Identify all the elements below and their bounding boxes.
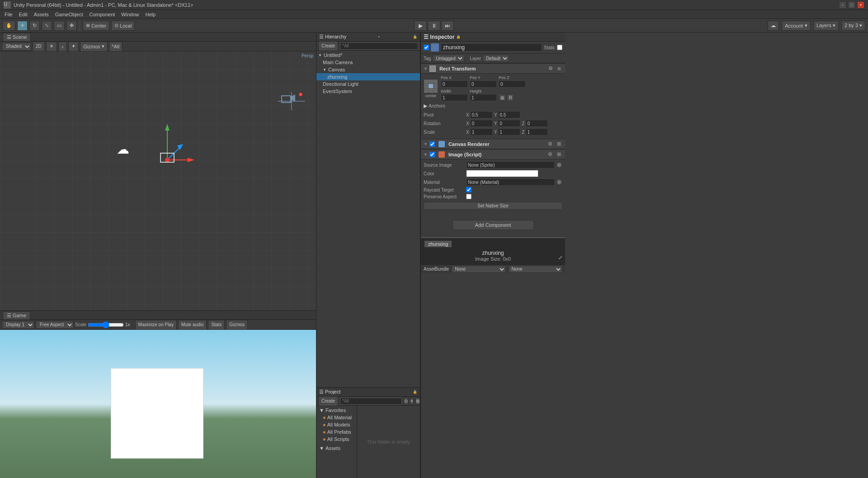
2d-button[interactable]: 2D [33,42,45,52]
game-tab[interactable]: ☰ Game [3,311,30,319]
rect-transform-settings-button[interactable]: ⚙ [547,65,554,72]
rect-transform-header[interactable]: ▼ Rect Transform ⚙ ⊞ [421,63,565,74]
add-component-button[interactable]: Add Component [453,220,534,230]
rect-transform-lock-button[interactable]: ⊞ [556,66,562,71]
material-input[interactable] [466,178,555,186]
canvas-renderer-settings-button[interactable]: ⚙ [547,141,554,147]
rotate-tool-button[interactable]: ↻ [29,21,40,31]
preserve-aspect-checkbox[interactable] [466,194,472,199]
menu-component[interactable]: Component [86,11,118,18]
scale-z-input[interactable] [525,128,548,136]
source-image-input[interactable] [466,161,555,169]
project-all-prefabs[interactable]: ● All Prefabs [317,428,356,436]
project-icon-btn1[interactable]: ⊙ [404,398,408,405]
game-gizmos-button[interactable]: Gizmos [226,320,248,330]
project-icon-btn2[interactable]: ≡ [410,398,414,405]
stats-button[interactable]: Stats [208,320,225,330]
minimize-button[interactable]: − [839,1,846,9]
canvas-renderer-enabled-checkbox[interactable] [429,141,435,147]
object-enabled-checkbox[interactable] [424,45,429,50]
image-script-enabled-checkbox[interactable] [429,152,435,157]
hierarchy-item-maincamera[interactable]: Main Camera [316,59,420,66]
object-name-input[interactable] [441,43,542,52]
pos-z-input[interactable] [499,80,526,88]
play-button[interactable]: ▶ [414,21,427,31]
color-picker[interactable] [466,170,538,177]
pivot-x-input[interactable] [470,111,493,118]
pivot-y-input[interactable] [498,111,520,118]
pos-x-input[interactable] [441,80,468,88]
inspector-lock-icon[interactable]: 🔒 [456,35,461,39]
rect-constrain-button[interactable]: ⊞ [499,94,506,101]
material-picker-button[interactable]: ⊙ [556,179,562,185]
raycast-target-checkbox[interactable] [466,187,472,192]
scale-tool-button[interactable]: ⤡ [42,21,52,31]
pause-button[interactable]: ⏸ [428,21,440,31]
project-lock-icon[interactable]: 🔒 [413,390,417,394]
maximize-button[interactable]: □ [848,1,855,9]
project-all-models[interactable]: ● All Models [317,421,356,428]
image-script-settings-button[interactable]: ⚙ [547,151,554,158]
menu-edit[interactable]: Edit [16,11,30,18]
local-button[interactable]: ⊙ Local [111,21,135,31]
static-checkbox[interactable] [557,45,562,50]
image-script-lock-button[interactable]: ⊞ [556,151,562,158]
menu-assets[interactable]: Assets [31,11,52,18]
display-dropdown[interactable]: Display 1 [2,321,34,329]
menu-help[interactable]: Help [142,11,158,18]
rot-z-input[interactable] [525,120,548,127]
canvas-renderer-header[interactable]: ▼ Canvas Renderer ⚙ ⊞ [421,139,565,149]
hierarchy-collapse-icon[interactable]: ▾ [378,35,380,39]
image-script-header[interactable]: ▼ Image (Script) ⚙ ⊞ [421,149,565,159]
canvas-renderer-lock-button[interactable]: ⊞ [556,141,562,147]
project-search-input[interactable] [340,398,402,405]
step-button[interactable]: ⏭ [441,21,454,31]
close-button[interactable]: × [857,1,864,9]
scene-canvas[interactable]: Persp ☁ [0,52,316,310]
scene-audio-button[interactable]: ♪ [58,42,67,52]
project-create-button[interactable]: Create [318,396,338,406]
width-input[interactable] [441,94,468,101]
tag-select[interactable]: Untagged [433,55,464,62]
menu-gameobject[interactable]: GameObject [52,11,86,18]
asset-bundle-select2[interactable]: None [509,266,562,273]
hierarchy-item-directionallight[interactable]: Directional Light [316,80,420,88]
project-favorites-header[interactable]: ▼Favorites [317,407,356,414]
transform-tool-button[interactable]: ✥ [66,21,77,31]
hierarchy-item-untitled[interactable]: ▼ Untitled* [316,52,420,59]
anchor-widget[interactable] [424,79,438,94]
height-input[interactable] [470,94,497,101]
scene-all-button[interactable]: *All [109,42,123,52]
rot-y-input[interactable] [498,120,520,127]
layer-select[interactable]: Default [483,55,509,62]
source-image-picker-button[interactable]: ⊙ [556,162,562,168]
account-button[interactable]: Account ▾ [782,21,811,31]
maximize-on-play-button[interactable]: Maximize on Play [135,320,177,330]
project-icon-btn3[interactable]: ⊞ [415,398,420,405]
hierarchy-item-eventsystem[interactable]: EventSystem [316,88,420,95]
scale-slider[interactable] [88,321,124,328]
rot-x-input[interactable] [470,120,493,127]
rect-tool-button[interactable]: ▭ [54,21,65,31]
aspect-dropdown[interactable]: Free Aspect [36,321,74,329]
project-assets-header[interactable]: ▼Assets [317,445,356,452]
shading-dropdown[interactable]: Shaded [2,42,31,51]
scene-tab[interactable]: ☰ Scene [3,33,31,41]
hierarchy-item-canvas[interactable]: ▼ Canvas [316,66,420,73]
gizmos-dropdown-button[interactable]: Gizmos ▾ [80,42,107,52]
hierarchy-create-button[interactable]: Create [318,41,338,51]
layers-button[interactable]: Layers ▾ [813,21,839,31]
hand-tool-button[interactable]: ✋ [3,21,15,31]
menu-file[interactable]: File [2,11,15,18]
center-button[interactable]: ⊕ Center [83,21,109,31]
layout-button[interactable]: 2 by 3 ▾ [841,21,865,31]
mute-audio-button[interactable]: Mute audio [178,320,207,330]
hierarchy-lock-icon[interactable]: 🔒 [413,35,417,39]
rect-r-button[interactable]: R [507,94,514,101]
preview-expand-button[interactable]: ⤢ [558,255,562,261]
project-all-material[interactable]: ● All Material [317,414,356,421]
set-native-size-button[interactable]: Set Native Size [424,202,562,210]
project-all-scripts[interactable]: ● All Scripts [317,436,356,443]
asset-bundle-select1[interactable]: None [452,266,505,273]
move-tool-button[interactable]: ✛ [17,21,28,31]
